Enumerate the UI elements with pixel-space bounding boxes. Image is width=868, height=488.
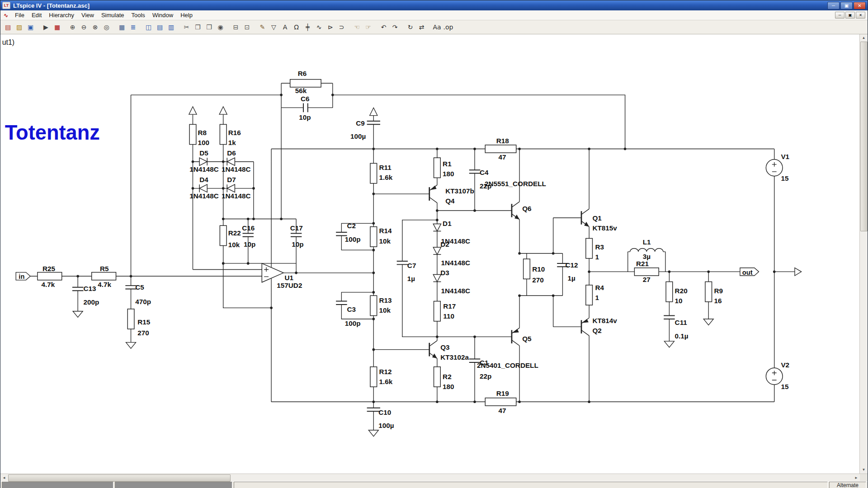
sch-label-D6-12[interactable]: D6 (227, 149, 236, 157)
close-button[interactable]: ✕ (854, 2, 866, 9)
scroll-left-arrow[interactable]: ◄ (0, 474, 8, 481)
child-restore-button[interactable]: ▣ (845, 12, 855, 19)
sch-label-47-83[interactable]: 47 (499, 407, 506, 414)
sch-label-R5-30[interactable]: R5 (100, 265, 109, 272)
sch-label-D3-62[interactable]: D3 (440, 269, 449, 277)
sch-label-56k-3[interactable]: 56k (295, 87, 307, 94)
menu-simulate[interactable]: Simulate (98, 11, 128, 19)
sch-label-1k-9[interactable]: 1k (228, 139, 236, 146)
sch-label-L1-96[interactable]: L1 (643, 238, 651, 246)
sch-label-180-71[interactable]: 180 (443, 383, 454, 390)
sch-label-R20-100[interactable]: R20 (675, 287, 688, 295)
sch-label-Q5-81[interactable]: Q5 (522, 335, 532, 343)
sch-label-R22-18[interactable]: R22 (228, 229, 241, 237)
component-icon[interactable]: ⊃ (336, 22, 347, 33)
sch-label-270-35[interactable]: 270 (137, 329, 149, 337)
mirror-icon[interactable]: ⇄ (416, 22, 427, 33)
sch-label-15-109[interactable]: 15 (781, 383, 788, 390)
cut-icon[interactable]: ✂ (181, 22, 192, 33)
sch-label-R19-82[interactable]: R19 (496, 389, 509, 397)
copy-icon[interactable]: ❐ (192, 22, 203, 33)
sch-label-27-99[interactable]: 27 (643, 275, 651, 283)
sch-label-47-75[interactable]: 47 (499, 153, 506, 161)
sch-label-10-101[interactable]: 10 (675, 297, 683, 305)
sch-label-1.6k-51[interactable]: 1.6k (379, 378, 393, 385)
sch-label-KT3102a-69[interactable]: KT3102a (440, 353, 469, 361)
sch-label-2N5401_CORDELL-80[interactable]: 2N5401_CORDELL (477, 361, 538, 369)
sch-label-D5-10[interactable]: D5 (199, 149, 208, 157)
halt-icon[interactable]: ■ (52, 22, 63, 33)
sch-label-Q2-91[interactable]: Q2 (592, 327, 601, 334)
sch-label-C9-38[interactable]: C9 (356, 119, 365, 127)
zoom-in-icon[interactable]: ⊕ (67, 22, 78, 33)
sch-label-Q1-88[interactable]: Q1 (592, 214, 602, 222)
sch-label-1N4148C-11[interactable]: 1N4148C (189, 165, 219, 173)
sch-label-R14-44[interactable]: R14 (379, 227, 392, 235)
sch-label-V1-106[interactable]: V1 (781, 153, 789, 160)
sch-label-R21-98[interactable]: R21 (636, 260, 649, 267)
sch-label-R2-70[interactable]: R2 (443, 373, 452, 380)
sch-label-C13-28[interactable]: C13 (83, 285, 96, 292)
sch-label-4.7k-27[interactable]: 4.7k (41, 281, 55, 288)
sch-label-100p-43[interactable]: 100p (345, 235, 361, 243)
vertical-scroll-thumb[interactable] (860, 42, 868, 231)
menu-file[interactable]: File (11, 11, 28, 19)
sch-label-3-97[interactable]: 3µ (643, 253, 651, 260)
horizontal-scroll-thumb[interactable] (8, 474, 231, 482)
sch-label-C10-52[interactable]: C10 (378, 408, 391, 416)
scroll-right-arrow[interactable]: ► (853, 474, 860, 481)
sch-label-C6-4[interactable]: C6 (301, 95, 310, 103)
wire-icon[interactable]: ✎ (257, 22, 268, 33)
sch-label-C2-42[interactable]: C2 (347, 222, 356, 230)
sch-label-1-95[interactable]: 1 (595, 294, 599, 301)
sch-label-KT3107b-56[interactable]: KT3107b (445, 187, 474, 195)
sch-label-R1-54[interactable]: R1 (443, 160, 452, 168)
sch-label-ut1-0[interactable]: ut1) (2, 38, 14, 46)
sch-label-1-65[interactable]: 1µ (407, 275, 415, 282)
sch-label-22p-79[interactable]: 22p (480, 372, 491, 380)
text-icon[interactable]: Aa (431, 22, 443, 33)
diode-icon[interactable]: ⊳ (325, 22, 336, 33)
sch-label-C5-32[interactable]: C5 (135, 283, 144, 291)
menu-window[interactable]: Window (149, 11, 177, 19)
sch-label-470p-33[interactable]: 470p (135, 298, 151, 305)
schematic-canvas[interactable]: ut1)TotentanzR656kC610pR8100R161kD51N414… (0, 34, 859, 474)
scroll-down-arrow[interactable]: ▼ (860, 466, 868, 474)
run-icon[interactable]: ▶ (40, 22, 52, 33)
sch-label-D1-58[interactable]: D1 (443, 220, 452, 227)
sch-label-R8-6[interactable]: R8 (198, 129, 207, 136)
sch-label-1N4148C-63[interactable]: 1N4148C (441, 287, 470, 295)
sch-label-1-93[interactable]: 1 (595, 253, 599, 261)
sch-label-D2-60[interactable]: D2 (440, 240, 449, 248)
capacitor-icon[interactable]: ╪ (302, 22, 313, 33)
sch-label-V2-108[interactable]: V2 (781, 361, 789, 369)
sch-label-U1-24[interactable]: U1 (284, 274, 293, 282)
drag-icon[interactable]: ☞ (363, 22, 374, 33)
menu-edit[interactable]: Edit (28, 11, 45, 19)
sch-label-R11-40[interactable]: R11 (379, 164, 392, 171)
sch-label-R16-8[interactable]: R16 (228, 129, 241, 136)
sch-label-180-55[interactable]: 180 (443, 170, 454, 178)
inductor-icon[interactable]: ∿ (313, 22, 325, 33)
minimize-button[interactable]: ─ (827, 2, 840, 9)
tile-horizontal-icon[interactable]: ▤ (154, 22, 165, 33)
sch-label-R10-84[interactable]: R10 (532, 265, 545, 273)
grid-icon[interactable]: ▦ (116, 22, 127, 33)
sch-label-1N4148C-13[interactable]: 1N4148C (222, 165, 251, 173)
zoom-extents-icon[interactable]: ⊗ (90, 22, 101, 33)
sch-label-1-87[interactable]: 1µ (567, 274, 575, 282)
move-icon[interactable]: ☜ (351, 22, 363, 33)
new-schematic-icon[interactable]: ▤ (2, 22, 14, 33)
sch-label-16-105[interactable]: 16 (714, 297, 722, 305)
netlist-icon[interactable]: ≣ (127, 22, 139, 33)
sch-label-1N4148C-17[interactable]: 1N4148C (222, 192, 251, 200)
sch-label-C7-64[interactable]: C7 (407, 262, 416, 269)
horizontal-scrollbar[interactable]: ◄ ► (0, 474, 860, 481)
sch-label-1.6k-41[interactable]: 1.6k (379, 174, 393, 181)
sch-label-R12-50[interactable]: R12 (379, 368, 392, 375)
sch-label-157UD2-25[interactable]: 157UD2 (277, 282, 302, 289)
titlebar[interactable]: LT LTspice IV - [Totentanz.asc] ─ ▣ ✕ (0, 0, 868, 10)
sch-label-270-85[interactable]: 270 (532, 276, 543, 284)
sch-label-R13-46[interactable]: R13 (379, 296, 392, 304)
sch-label-out-37[interactable]: out (742, 268, 753, 276)
